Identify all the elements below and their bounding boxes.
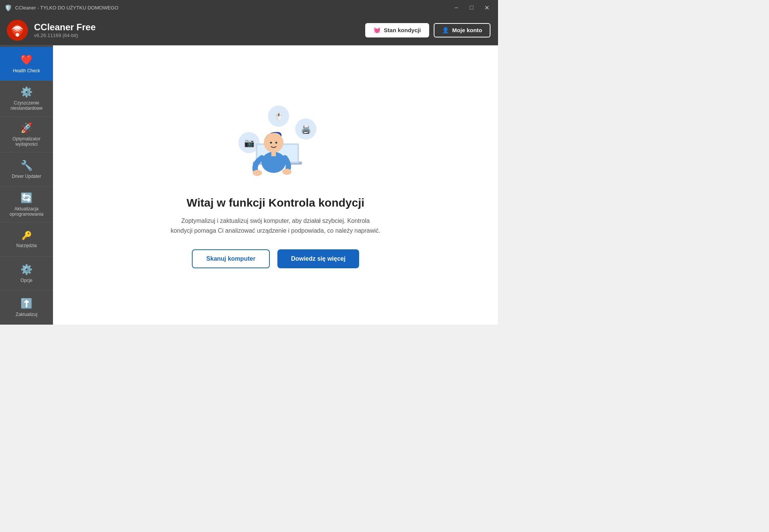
sidebar-item-optimizer[interactable]: 🚀 Optymalizator wydajności — [0, 117, 53, 153]
window-controls: – □ ✕ — [450, 2, 493, 13]
sidebar-item-custom-clean[interactable]: ⚙️ Czyszczenie niestandardowe — [0, 81, 53, 117]
health-check-icon: ❤️ — [20, 54, 33, 66]
health-status-button[interactable]: 💓 Stan kondycji — [365, 23, 429, 37]
svg-point-17 — [282, 169, 291, 175]
svg-text:📷: 📷 — [244, 138, 255, 148]
window-title: CCleaner - TYLKO DO UŻYTKU DOMOWEGO — [15, 5, 118, 11]
svg-rect-15 — [271, 151, 276, 156]
close-button[interactable]: ✕ — [480, 2, 493, 13]
sidebar-item-software-update-label: Aktualizacja oprogramowania — [3, 206, 50, 217]
software-update-icon: 🔄 — [20, 192, 33, 204]
driver-updater-icon: 🔧 — [20, 160, 33, 171]
main-title: Witaj w funkcji Kontrola kondycji — [187, 196, 364, 209]
app-logo — [6, 19, 29, 42]
main-layout: ❤️ Health Check ⚙️ Czyszczenie niestanda… — [0, 45, 498, 325]
sidebar-item-driver-updater[interactable]: 🔧 Driver Updater — [0, 152, 53, 187]
svg-text:🖨️: 🖨️ — [301, 124, 311, 134]
minimize-button[interactable]: – — [450, 2, 463, 13]
brand-name: CCleaner Free — [34, 22, 96, 33]
sidebar-item-update[interactable]: ⬆️ Zaktualizuj — [0, 291, 53, 325]
illustration: 🖱️ 🖨️ 📷 — [215, 102, 336, 189]
sidebar-item-tools-label: Narzędzia — [16, 243, 37, 248]
custom-clean-icon: ⚙️ — [20, 86, 33, 98]
account-label: Moje konto — [452, 27, 482, 33]
svg-point-16 — [253, 170, 262, 176]
sidebar-item-health-check-label: Health Check — [13, 68, 40, 73]
header: CCleaner Free v6.26.11169 (64-bit) 💓 Sta… — [0, 15, 498, 45]
optimizer-icon: 🚀 — [20, 122, 33, 134]
sidebar-item-software-update[interactable]: 🔄 Aktualizacja oprogramowania — [0, 187, 53, 222]
svg-text:🖱️: 🖱️ — [274, 111, 284, 121]
sidebar-item-options-label: Opcje — [20, 278, 32, 283]
scan-computer-button[interactable]: Skanuj komputer — [192, 249, 270, 268]
content-area: 🖱️ 🖨️ 📷 — [53, 45, 498, 325]
sidebar-item-options[interactable]: ⚙️ Opcje — [0, 257, 53, 291]
version-label: v6.26.11169 (64-bit) — [34, 33, 96, 38]
action-buttons: Skanuj komputer Dowiedz się więcej — [192, 249, 359, 268]
svg-point-12 — [264, 133, 283, 152]
my-account-button[interactable]: 👤 Moje konto — [434, 23, 490, 37]
title-bar: 🛡️ CCleaner - TYLKO DO UŻYTKU DOMOWEGO –… — [0, 0, 498, 15]
sidebar-item-update-label: Zaktualizuj — [16, 312, 37, 317]
sidebar-item-driver-updater-label: Driver Updater — [12, 174, 41, 179]
heart-icon: 💓 — [374, 27, 381, 34]
sidebar-item-custom-clean-label: Czyszczenie niestandardowe — [3, 100, 50, 111]
sidebar: ❤️ Health Check ⚙️ Czyszczenie niestanda… — [0, 45, 53, 325]
maximize-button[interactable]: □ — [465, 2, 478, 13]
main-description: Zoptymalizuj i zaktualizuj swój komputer… — [170, 216, 381, 235]
tools-icon: 🔑 — [22, 231, 32, 241]
sidebar-item-tools[interactable]: 🔑 Narzędzia — [0, 222, 53, 257]
update-icon: ⬆️ — [20, 298, 33, 310]
account-icon: 👤 — [442, 27, 449, 34]
app-icon: 🛡️ — [5, 4, 12, 11]
svg-point-14 — [276, 142, 277, 144]
learn-more-button[interactable]: Dowiedz się więcej — [277, 249, 359, 268]
sidebar-item-health-check[interactable]: ❤️ Health Check — [0, 47, 53, 81]
brand: CCleaner Free v6.26.11169 (64-bit) — [6, 19, 96, 42]
header-buttons: 💓 Stan kondycji 👤 Moje konto — [365, 23, 490, 37]
svg-point-13 — [270, 142, 272, 144]
options-icon: ⚙️ — [20, 264, 33, 275]
health-status-label: Stan kondycji — [384, 27, 421, 33]
svg-point-1 — [16, 33, 19, 37]
brand-text: CCleaner Free v6.26.11169 (64-bit) — [34, 22, 96, 38]
sidebar-item-optimizer-label: Optymalizator wydajności — [3, 136, 50, 147]
